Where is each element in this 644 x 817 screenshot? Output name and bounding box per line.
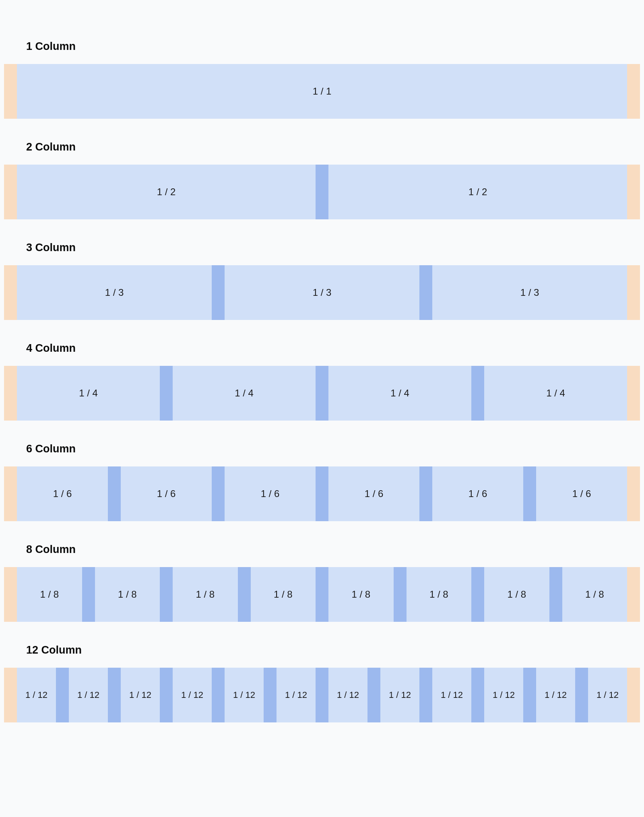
- grid-section-3col: 3 Column1 / 31 / 31 / 3: [4, 241, 640, 320]
- column-cell: 1 / 12: [69, 668, 108, 722]
- column-cell: 1 / 8: [407, 567, 472, 622]
- gutter: [471, 366, 484, 421]
- column-cell: 1 / 2: [17, 165, 316, 219]
- column-cell: 1 / 4: [17, 366, 160, 421]
- gutter: [56, 668, 69, 722]
- margin-left: [4, 165, 17, 219]
- column-cell: 1 / 12: [121, 668, 160, 722]
- column-cell: 1 / 4: [173, 366, 316, 421]
- column-cell: 1 / 8: [562, 567, 627, 622]
- column-cell: 1 / 8: [17, 567, 82, 622]
- gutter: [419, 265, 432, 320]
- grid-row: 1 / 121 / 121 / 121 / 121 / 121 / 121 / …: [4, 668, 640, 722]
- column-cell: 1 / 6: [432, 466, 523, 521]
- margin-right: [627, 265, 640, 320]
- gutter: [471, 668, 484, 722]
- gutter: [316, 466, 328, 521]
- margin-left: [4, 466, 17, 521]
- grid-row: 1 / 61 / 61 / 61 / 61 / 61 / 6: [4, 466, 640, 521]
- column-cell: 1 / 1: [17, 64, 627, 119]
- column-cell: 1 / 6: [17, 466, 108, 521]
- grid-row: 1 / 1: [4, 64, 640, 119]
- section-title: 3 Column: [26, 241, 640, 254]
- gutter: [523, 668, 536, 722]
- grid-section-12col: 12 Column1 / 121 / 121 / 121 / 121 / 121…: [4, 644, 640, 722]
- gutter: [212, 265, 225, 320]
- margin-left: [4, 366, 17, 421]
- grid-section-4col: 4 Column1 / 41 / 41 / 41 / 4: [4, 342, 640, 421]
- column-cell: 1 / 12: [484, 668, 523, 722]
- margin-right: [627, 366, 640, 421]
- gutter: [264, 668, 277, 722]
- gutter: [212, 668, 225, 722]
- grid-row: 1 / 21 / 2: [4, 165, 640, 219]
- grid-section-1col: 1 Column1 / 1: [4, 40, 640, 119]
- gutter: [575, 668, 588, 722]
- column-cell: 1 / 12: [588, 668, 627, 722]
- gutter: [238, 567, 251, 622]
- section-title: 4 Column: [26, 342, 640, 355]
- margin-left: [4, 668, 17, 722]
- margin-left: [4, 64, 17, 119]
- column-cell: 1 / 12: [432, 668, 471, 722]
- gutter: [316, 567, 328, 622]
- gutter: [316, 366, 328, 421]
- gutter: [108, 668, 121, 722]
- gutter: [549, 567, 562, 622]
- grid-row: 1 / 41 / 41 / 41 / 4: [4, 366, 640, 421]
- column-cell: 1 / 4: [328, 366, 471, 421]
- column-cell: 1 / 12: [17, 668, 56, 722]
- column-cell: 1 / 6: [536, 466, 627, 521]
- column-cell: 1 / 8: [328, 567, 394, 622]
- gutter: [316, 668, 328, 722]
- gutter: [82, 567, 95, 622]
- column-cell: 1 / 3: [432, 265, 627, 320]
- grid-row: 1 / 31 / 31 / 3: [4, 265, 640, 320]
- column-cell: 1 / 6: [328, 466, 419, 521]
- gutter: [160, 366, 173, 421]
- section-title: 8 Column: [26, 543, 640, 556]
- column-cell: 1 / 12: [536, 668, 575, 722]
- margin-right: [627, 567, 640, 622]
- section-title: 6 Column: [26, 443, 640, 455]
- column-cell: 1 / 8: [251, 567, 316, 622]
- grid-section-8col: 8 Column1 / 81 / 81 / 81 / 81 / 81 / 81 …: [4, 543, 640, 622]
- column-cell: 1 / 8: [484, 567, 549, 622]
- gutter: [367, 668, 380, 722]
- gutter: [212, 466, 225, 521]
- column-cell: 1 / 8: [173, 567, 238, 622]
- gutter: [523, 466, 536, 521]
- column-cell: 1 / 12: [277, 668, 316, 722]
- column-cell: 1 / 8: [95, 567, 160, 622]
- section-title: 2 Column: [26, 141, 640, 153]
- column-cell: 1 / 12: [225, 668, 264, 722]
- column-cell: 1 / 12: [173, 668, 212, 722]
- column-cell: 1 / 3: [225, 265, 419, 320]
- grid-section-2col: 2 Column1 / 21 / 2: [4, 141, 640, 219]
- section-title: 1 Column: [26, 40, 640, 53]
- margin-right: [627, 668, 640, 722]
- gutter: [108, 466, 121, 521]
- column-cell: 1 / 2: [328, 165, 627, 219]
- gutter: [160, 567, 173, 622]
- gutter: [419, 466, 432, 521]
- margin-left: [4, 567, 17, 622]
- gutter: [394, 567, 407, 622]
- column-cell: 1 / 6: [121, 466, 212, 521]
- column-cell: 1 / 12: [380, 668, 419, 722]
- margin-right: [627, 165, 640, 219]
- column-cell: 1 / 12: [328, 668, 367, 722]
- grid-row: 1 / 81 / 81 / 81 / 81 / 81 / 81 / 81 / 8: [4, 567, 640, 622]
- margin-left: [4, 265, 17, 320]
- gutter: [160, 668, 173, 722]
- gutter: [316, 165, 328, 219]
- margin-right: [627, 466, 640, 521]
- column-cell: 1 / 4: [484, 366, 627, 421]
- grid-section-6col: 6 Column1 / 61 / 61 / 61 / 61 / 61 / 6: [4, 443, 640, 521]
- column-cell: 1 / 3: [17, 265, 212, 320]
- margin-right: [627, 64, 640, 119]
- grid-layout-diagram: 1 Column1 / 12 Column1 / 21 / 23 Column1…: [4, 40, 640, 722]
- section-title: 12 Column: [26, 644, 640, 656]
- column-cell: 1 / 6: [225, 466, 316, 521]
- gutter: [419, 668, 432, 722]
